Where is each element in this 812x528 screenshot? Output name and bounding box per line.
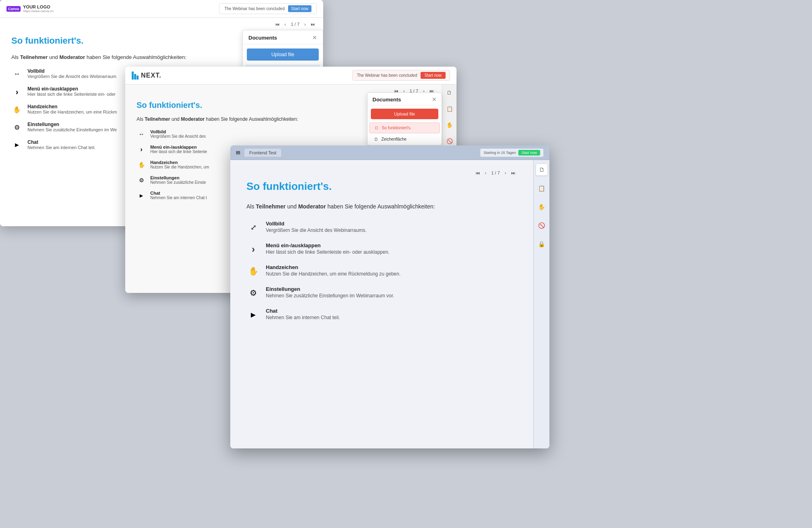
panel-close-1[interactable]: ✕ — [312, 34, 317, 41]
notification-text-1: The Webinar has been concluded — [224, 6, 284, 11]
upload-button-2[interactable]: Upload file — [371, 109, 438, 119]
menu-text-1: Menü ein-/ausklappen Hier lässt sich die… — [27, 86, 116, 97]
next-logo-text: NEXT. — [141, 72, 161, 79]
settings-icon-3: ⚙ — [246, 286, 260, 300]
notification-bar-2: The Webinar has been concluded Start now — [352, 70, 450, 81]
hand-icon-1: ✋ — [11, 104, 23, 115]
doc-label-2b: Zeichenfläche — [381, 137, 406, 141]
vollbild-text-1: Vollbild Vergrößern Sie die Ansicht des … — [27, 68, 116, 79]
doc-item-2-zeichenflaeche[interactable]: 🗋 Zeichenfläche — [369, 134, 440, 144]
win3-logo: IB — [236, 150, 240, 155]
vollbild-title-1: Vollbild — [27, 68, 116, 74]
settings-title-1: Einstellungen — [27, 122, 117, 127]
menu-title-1: Menü ein-/ausklappen — [27, 86, 116, 92]
menu-desc-3: Hier lässt sich die linke Seitenleiste e… — [266, 249, 389, 255]
logo-sub: https://www.canva.cn — [23, 9, 53, 13]
page-nav-1: ⏮ ‹ 1 / 7 › ⏭ — [273, 21, 317, 27]
upload-button-1[interactable]: Upload file — [247, 48, 319, 61]
notification-text-3: Starting in 15 Tagen — [484, 151, 516, 155]
start-now-button-2[interactable]: Start now — [421, 72, 446, 79]
menu-icon-2: › — [137, 145, 146, 154]
settings-desc-2: Nehmen Sie zusätzliche Einste — [150, 180, 206, 185]
vollbild-icon-1: ↔ — [11, 68, 23, 80]
chat-desc-2: Nehmen Sie am internen Chat t — [150, 196, 207, 200]
settings-icon-2: ⚙ — [137, 175, 146, 185]
doc-icon-2b: 🗋 — [374, 137, 378, 141]
vollbild-title-2: Vollbild — [150, 129, 206, 134]
nav-page-3: 1 / 7 — [490, 170, 501, 176]
nav-next-1[interactable]: › — [303, 21, 307, 27]
menu-desc-1: Hier lässt sich die linke Seitenleiste e… — [27, 92, 116, 97]
chat-text-3: Chat Nehmen Sie am internen Chat teil. — [266, 308, 340, 320]
topbar-2: NEXT. The Webinar has been concluded Sta… — [125, 67, 456, 84]
settings-icon-1: ⚙ — [11, 122, 23, 133]
hand-text-2: Handzeichen Nutzen Sie die Handzeichen, … — [150, 160, 209, 169]
sidebar-lock-icon-3[interactable]: 🔒 — [536, 238, 547, 250]
canva-logo: Canva YOUR LOGO https://www.canva.cn — [6, 4, 53, 13]
chat-desc-1: Nehmen Sie am internen Chat teil. — [27, 145, 95, 150]
sidebar-block-icon-3[interactable]: 🚫 — [536, 220, 547, 231]
chat-text-2: Chat Nehmen Sie am internen Chat t — [150, 191, 207, 200]
nav-prev-3[interactable]: ‹ — [483, 170, 488, 176]
page-nav-3: ⏮ ‹ 1 / 7 › ⏭ — [246, 170, 517, 176]
notification-bar-1: The Webinar has been concluded Start now — [219, 3, 317, 14]
menu-icon-3: › — [246, 242, 260, 256]
vollbild-desc-3: Vergrößern Sie die Ansicht des Webinarra… — [266, 227, 366, 233]
chat-title-2: Chat — [150, 191, 207, 196]
sidebar-hand-icon-3[interactable]: ✋ — [536, 201, 547, 212]
hand-title-2: Handzeichen — [150, 160, 209, 165]
moderator-bold-1: Moderator — [59, 54, 85, 60]
sidebar-block-icon-2[interactable]: 🚫 — [445, 136, 454, 146]
notification-text-2: The Webinar has been concluded — [357, 73, 417, 78]
doc-icon-2a: 🗋 — [374, 126, 379, 130]
slide-area-3: ⏮ ‹ 1 / 7 › ⏭ So funktioniert's. Als Tei… — [230, 160, 533, 448]
hand-title-1: Handzeichen — [27, 104, 117, 109]
nav-last-3[interactable]: ⏭ — [509, 170, 517, 176]
feature-chat-3: ► Chat Nehmen Sie am internen Chat teil. — [246, 308, 517, 322]
settings-text-2: Einstellungen Nehmen Sie zusätzliche Ein… — [150, 175, 206, 185]
settings-title-3: Einstellungen — [266, 286, 394, 292]
vollbild-icon-3: ⤢ — [246, 221, 260, 234]
settings-text-1: Einstellungen Nehmen Sie zusätzliche Ein… — [27, 122, 117, 132]
nav-next-3[interactable]: › — [503, 170, 508, 176]
window-3: IB Frontend Test Starting in 15 Tagen St… — [230, 145, 549, 448]
vollbild-desc-2: Vergrößern Sie die Ansicht des — [150, 134, 206, 139]
nav-first-1[interactable]: ⏮ — [273, 21, 281, 27]
teilnehmer-bold-2: Teilnehmer — [145, 116, 170, 122]
nav-first-3[interactable]: ⏮ — [474, 170, 482, 176]
feature-menu-3: › Menü ein-/ausklappen Hier lässt sich d… — [246, 242, 517, 256]
start-now-button-3[interactable]: Start now — [518, 150, 540, 156]
sidebar-file-icon-2[interactable]: 📋 — [445, 104, 454, 114]
slide-title-3: So funktioniert's. — [246, 180, 517, 193]
chat-icon-1: ► — [11, 139, 23, 151]
sidebar-doc-icon-3[interactable]: 🗋 — [536, 164, 547, 175]
panel-header-2: Documents ✕ — [368, 93, 442, 105]
menu-title-2: Menü ein-/ausklappen — [150, 145, 207, 149]
teilnehmer-bold-3: Teilnehmer — [256, 203, 286, 210]
next-logo: NEXT. — [132, 72, 161, 80]
topbar-1: Canva YOUR LOGO https://www.canva.cn The… — [0, 0, 323, 18]
panel-close-2[interactable]: ✕ — [432, 96, 437, 103]
hand-text-1: Handzeichen Nutzen Sie die Handzeichen, … — [27, 104, 117, 114]
logo-name: YOUR LOGO — [23, 4, 53, 9]
hand-text-3: Handzeichen Nutzen Sie die Handzeichen, … — [266, 264, 401, 277]
nav-page-1: 1 / 7 — [289, 21, 301, 27]
documents-panel-2: Documents ✕ Upload file 🗋 So funktionier… — [367, 93, 442, 145]
menu-title-3: Menü ein-/ausklappen — [266, 242, 389, 248]
chat-desc-3: Nehmen Sie am internen Chat teil. — [266, 315, 340, 320]
sidebar-file-icon-3[interactable]: 📋 — [536, 183, 547, 194]
sidebar-doc-icon-2[interactable]: 🗋 — [445, 88, 454, 97]
notification-bar-3: Starting in 15 Tagen Start now — [480, 148, 544, 157]
win3-tab[interactable]: Frontend Test — [244, 149, 281, 157]
start-now-button-1[interactable]: Start now — [288, 5, 311, 12]
doc-item-2-funktioniert[interactable]: 🗋 So funktioniert's. — [369, 122, 440, 133]
moderator-bold-3: Moderator — [298, 203, 326, 210]
settings-title-2: Einstellungen — [150, 175, 206, 180]
topbar-3: IB Frontend Test Starting in 15 Tagen St… — [230, 145, 549, 160]
nav-prev-1[interactable]: ‹ — [283, 21, 288, 27]
hand-desc-3: Nutzen Sie die Handzeichen, um eine Rück… — [266, 271, 401, 277]
feature-settings-3: ⚙ Einstellungen Nehmen Sie zusätzliche E… — [246, 286, 517, 300]
hand-icon-2: ✋ — [137, 160, 146, 170]
sidebar-hand-icon-2[interactable]: ✋ — [445, 120, 454, 130]
nav-last-1[interactable]: ⏭ — [309, 21, 317, 27]
